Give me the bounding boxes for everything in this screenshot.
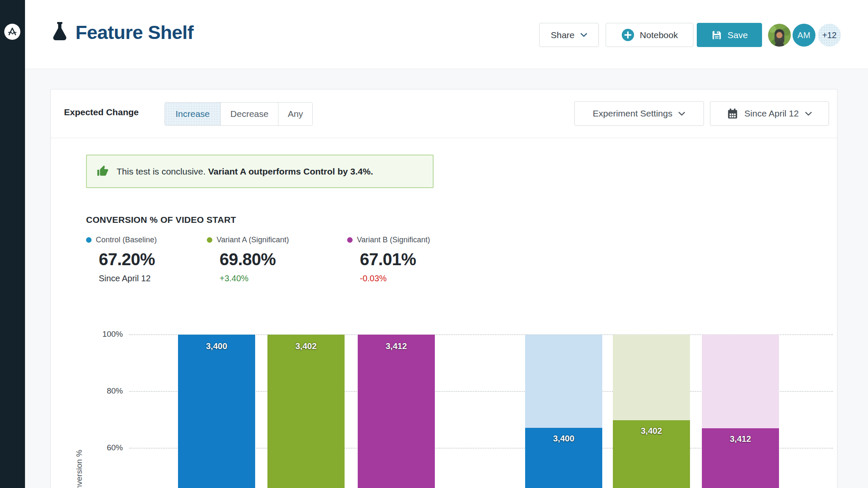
bar-value-label: 3,400 — [525, 434, 602, 444]
banner-text-bold: Variant A outperforms Control by 3.4%. — [208, 166, 373, 176]
share-button[interactable]: Share — [539, 23, 599, 47]
avatar-count-label: +12 — [822, 30, 837, 40]
chevron-down-icon — [805, 111, 812, 116]
avatar-initials-label: AM — [798, 30, 811, 40]
legend-dot-variant-a-icon — [207, 237, 212, 243]
banner-text: This test is conclusive. Variant A outpe… — [117, 166, 373, 177]
toggle-increase[interactable]: Increase — [165, 103, 221, 125]
bar-value-label: 3,402 — [267, 341, 345, 351]
chart-title: CONVERSION % OF VIDEO START — [86, 215, 236, 225]
user-avatar-initials[interactable]: AM — [792, 23, 816, 47]
legend-item-variant-a[interactable]: Variant A (Significant) — [207, 236, 326, 244]
save-button[interactable]: Save — [697, 23, 762, 47]
date-range-label: Since April 12 — [744, 108, 798, 119]
calendar-icon — [727, 108, 738, 119]
bar-value-label: 3,412 — [702, 434, 779, 444]
stat-value-control: 67.20% — [99, 250, 205, 269]
experiment-settings-label: Experiment Settings — [593, 108, 673, 119]
experiment-settings-dropdown[interactable]: Experiment Settings — [574, 101, 704, 126]
stat-column-variant-a: Variant A (Significant) 69.80% +3.40% — [207, 236, 326, 283]
chevron-down-icon — [580, 33, 587, 37]
avatar-overflow-count[interactable]: +12 — [817, 23, 842, 47]
legend-dot-control-icon — [86, 237, 92, 243]
expected-change-label: Expected Change — [64, 107, 139, 117]
bar-total-control[interactable]: 3,400 — [178, 335, 255, 488]
app-window: Feature Shelf Share Notebook Save — [0, 0, 868, 488]
page-title: Feature Shelf — [75, 22, 194, 44]
sidebar — [0, 0, 25, 488]
legend-item-control[interactable]: Control (Baseline) — [86, 236, 205, 244]
bar-conversion-variant-a[interactable]: 3,402 — [613, 335, 690, 488]
toggle-any[interactable]: Any — [278, 103, 312, 125]
legend-item-variant-b[interactable]: Variant B (Significant) — [347, 236, 466, 244]
bar-value-label: 3,402 — [613, 426, 690, 436]
divider — [51, 138, 837, 138]
bar-conversion-variant-b[interactable]: 3,412 — [702, 335, 779, 488]
amplitude-logo-icon[interactable] — [4, 23, 21, 40]
user-avatar-photo[interactable] — [767, 23, 792, 47]
bar-value-label: 3,412 — [358, 341, 435, 351]
stat-value-variant-a: 69.80% — [220, 250, 326, 269]
stat-value-variant-b: 67.01% — [360, 250, 466, 269]
stat-sub-control: Since April 12 — [99, 274, 205, 283]
legend-dot-variant-b-icon — [347, 237, 353, 243]
stat-sub-variant-b: -0.03% — [360, 274, 466, 283]
expected-change-toggle-group: Increase Decrease Any — [164, 102, 313, 126]
stat-column-control: Control (Baseline) 67.20% Since April 12 — [86, 236, 205, 283]
flask-icon — [50, 21, 70, 44]
bar-total-variant-a[interactable]: 3,402 — [267, 335, 345, 488]
bar-value-label: 3,400 — [178, 341, 255, 351]
stat-sub-variant-a: +3.40% — [220, 274, 326, 283]
notebook-button-label: Notebook — [640, 30, 678, 40]
date-range-dropdown[interactable]: Since April 12 — [710, 101, 829, 126]
save-button-label: Save — [728, 30, 748, 40]
save-floppy-icon — [711, 30, 722, 41]
bar-total-variant-b[interactable]: 3,412 — [358, 335, 435, 488]
legend-label: Variant A (Significant) — [217, 236, 289, 244]
legend-label: Control (Baseline) — [96, 236, 157, 244]
chevron-down-icon — [678, 111, 685, 116]
stat-column-variant-b: Variant B (Significant) 67.01% -0.03% — [347, 236, 466, 283]
legend-label: Variant B (Significant) — [357, 236, 430, 244]
notebook-button[interactable]: Notebook — [606, 23, 693, 47]
share-button-label: Share — [551, 30, 574, 40]
plus-circle-icon — [621, 28, 634, 42]
bar-conversion-control[interactable]: 3,400 — [525, 335, 602, 488]
conclusive-banner: This test is conclusive. Variant A outpe… — [86, 155, 434, 188]
thumbs-up-icon — [96, 165, 109, 178]
toggle-decrease[interactable]: Decrease — [221, 103, 278, 125]
top-header: Feature Shelf Share Notebook Save — [25, 0, 868, 69]
